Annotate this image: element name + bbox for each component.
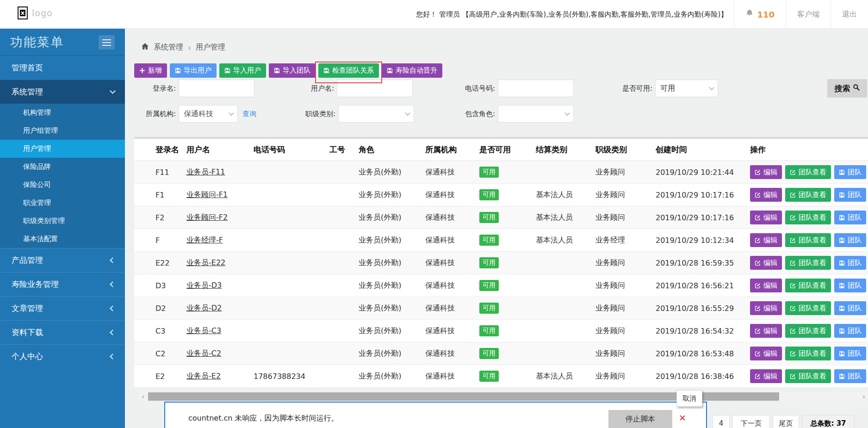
- edit-button[interactable]: 编辑: [750, 279, 782, 292]
- user-name-link[interactable]: 业务员-F11: [186, 167, 225, 176]
- page-number-button[interactable]: 4: [713, 415, 730, 428]
- toolbar-button-检查团队关系[interactable]: 检查团队关系: [318, 63, 379, 78]
- toolbar-button-新增[interactable]: 新增: [134, 63, 167, 78]
- user-name-link[interactable]: 业务员-E2: [186, 372, 221, 380]
- team-save-button[interactable]: 团队: [834, 347, 866, 360]
- user-name-link[interactable]: 业务顾问-F1: [186, 190, 228, 199]
- edit-button[interactable]: 编辑: [750, 233, 782, 247]
- cell-login: C2: [134, 349, 186, 358]
- toolbar-button-导入团队[interactable]: 导入团队: [269, 63, 316, 78]
- sidebar-item-个人中心[interactable]: 个人中心: [0, 344, 125, 368]
- available-select[interactable]: 可用: [655, 80, 718, 97]
- edit-button[interactable]: 编辑: [750, 324, 782, 338]
- sidebar-subitem-职级类别管理[interactable]: 职级类别管理: [0, 212, 125, 230]
- cancel-tooltip[interactable]: 取消: [676, 390, 702, 407]
- phone-input[interactable]: [498, 80, 574, 97]
- team-view-button[interactable]: 团队查看: [785, 233, 831, 247]
- edit-icon: [790, 328, 796, 334]
- team-save-button[interactable]: 团队: [834, 279, 866, 292]
- scroll-left-icon[interactable]: ‹: [140, 392, 146, 401]
- action-button-label: 团队: [848, 372, 862, 381]
- team-save-button[interactable]: 团队: [834, 165, 866, 179]
- team-view-button[interactable]: 团队查看: [785, 188, 831, 202]
- user-name-link[interactable]: 业务员-C2: [186, 349, 221, 358]
- column-header-工号: 工号: [329, 144, 359, 155]
- query-link[interactable]: 查询: [242, 110, 256, 118]
- sidebar-item-资料下载[interactable]: 资料下载: [0, 320, 125, 344]
- sidebar-item-产品管理[interactable]: 产品管理: [0, 248, 125, 272]
- sidebar-subitem-保险品牌[interactable]: 保险品牌: [0, 158, 125, 176]
- team-view-button[interactable]: 团队查看: [785, 165, 831, 179]
- user-name-link[interactable]: 业务员-D3: [186, 281, 222, 290]
- plus-icon: [139, 68, 145, 74]
- edit-button[interactable]: 编辑: [750, 347, 782, 360]
- save-icon: [323, 68, 329, 74]
- logout-button[interactable]: 退出: [831, 0, 868, 29]
- team-view-button[interactable]: 团队查看: [785, 279, 831, 292]
- user-name-link[interactable]: 业务员-D2: [186, 304, 222, 312]
- org-select[interactable]: 保通科技: [179, 105, 238, 123]
- edit-button[interactable]: 编辑: [750, 369, 782, 383]
- sidebar-item-文章管理[interactable]: 文章管理: [0, 296, 125, 320]
- team-save-button[interactable]: 团队: [834, 301, 866, 315]
- toolbar-button-导出用户[interactable]: 导出用户: [170, 63, 217, 78]
- team-view-button[interactable]: 团队查看: [785, 256, 831, 270]
- role-select[interactable]: [498, 105, 574, 123]
- edit-icon: [755, 260, 761, 266]
- team-save-button[interactable]: 团队: [834, 324, 866, 338]
- sidebar-item-管理首页[interactable]: 管理首页: [0, 56, 125, 80]
- user-name-link[interactable]: 业务顾问-F2: [186, 213, 228, 222]
- hamburger-menu-button[interactable]: [99, 35, 115, 50]
- team-save-button[interactable]: 团队: [834, 233, 866, 247]
- edit-icon: [790, 260, 796, 266]
- sidebar-subitem-基本法配置[interactable]: 基本法配置: [0, 230, 125, 248]
- team-view-button[interactable]: 团队查看: [785, 301, 831, 315]
- sidebar-subitem-职业管理[interactable]: 职业管理: [0, 194, 125, 212]
- sidebar-subitem-用户组管理[interactable]: 用户组管理: [0, 122, 125, 140]
- username-input[interactable]: [337, 80, 413, 97]
- close-icon[interactable]: ✕: [679, 413, 686, 423]
- sidebar-subitem-保险公司[interactable]: 保险公司: [0, 176, 125, 194]
- cell-created: 2019/10/29 10:17:16: [656, 213, 750, 222]
- sidebar-subitem-机构管理[interactable]: 机构管理: [0, 104, 125, 122]
- action-button-label: 团队: [848, 281, 862, 290]
- toolbar-button-导入用户[interactable]: 导入用户: [219, 63, 266, 78]
- logo[interactable]: x logo: [18, 6, 53, 19]
- user-name-link[interactable]: 业务员-C3: [186, 326, 221, 335]
- last-page-button[interactable]: 尾页: [773, 415, 799, 428]
- sidebar-subitem-用户管理[interactable]: 用户管理: [0, 140, 125, 158]
- horizontal-scrollbar[interactable]: ‹ ›: [139, 392, 868, 401]
- sidebar-item-寿险业务管理[interactable]: 寿险业务管理: [0, 272, 125, 296]
- team-save-button[interactable]: 团队: [834, 188, 866, 202]
- dialog-message: countnet.cn 未响应，因为脚本长时间运行。: [188, 414, 339, 423]
- edit-button[interactable]: 编辑: [750, 188, 782, 202]
- team-view-button[interactable]: 团队查看: [785, 347, 831, 360]
- edit-button[interactable]: 编辑: [750, 256, 782, 270]
- scroll-right-icon[interactable]: ›: [861, 392, 867, 401]
- team-save-button[interactable]: 团队: [834, 256, 866, 270]
- breadcrumb-users[interactable]: 用户管理: [196, 43, 225, 52]
- rank-select[interactable]: [338, 105, 414, 123]
- toolbar-button-寿险自动晋升[interactable]: 寿险自动晋升: [382, 63, 442, 78]
- team-view-button[interactable]: 团队查看: [785, 324, 831, 338]
- sidebar-item-系统管理[interactable]: 系统管理: [0, 80, 125, 104]
- search-button[interactable]: 搜索: [827, 79, 867, 98]
- edit-button[interactable]: 编辑: [750, 211, 782, 224]
- team-view-button[interactable]: 团队查看: [785, 211, 831, 224]
- edit-button[interactable]: 编辑: [750, 301, 782, 315]
- stop-script-button[interactable]: 停止脚本: [608, 410, 672, 428]
- team-save-button[interactable]: 团队: [834, 369, 866, 383]
- next-page-button[interactable]: 下一页: [732, 415, 770, 428]
- login-input[interactable]: [179, 80, 254, 97]
- cell-role: 业务员(外勤): [359, 349, 425, 359]
- breadcrumb-system[interactable]: 系统管理: [154, 43, 183, 52]
- notifications-button[interactable]: 110: [734, 0, 786, 29]
- user-name-link[interactable]: 业务员-E22: [186, 258, 225, 267]
- chevron-left-icon: [110, 305, 116, 311]
- team-save-button[interactable]: 团队: [834, 211, 866, 224]
- edit-button[interactable]: 编辑: [750, 165, 782, 179]
- action-button-label: 团队查看: [799, 281, 826, 290]
- client-button[interactable]: 客户端: [786, 0, 831, 29]
- team-view-button[interactable]: 团队查看: [785, 369, 831, 383]
- user-name-link[interactable]: 业务经理-F: [186, 236, 223, 244]
